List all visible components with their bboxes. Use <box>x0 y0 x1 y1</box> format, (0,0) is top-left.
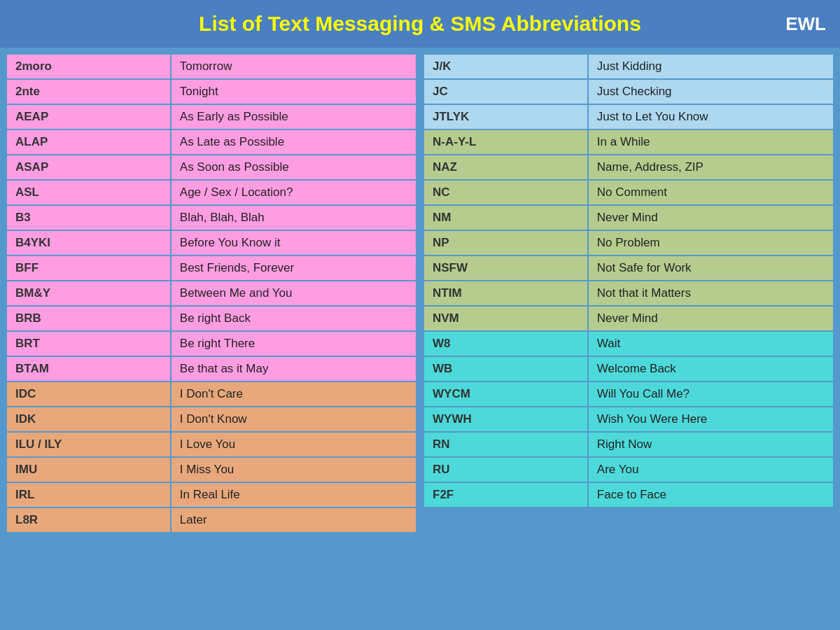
meaning-cell: Just to Let You Know <box>589 105 833 129</box>
meaning-cell: As Soon as Possible <box>172 155 416 179</box>
table-row: IMU I Miss You <box>7 458 416 482</box>
meaning-cell: Just Kidding <box>589 55 833 78</box>
logo: EWL <box>785 13 826 35</box>
abbr-cell: AEAP <box>7 105 170 129</box>
table-row: ASL Age / Sex / Location? <box>7 181 416 204</box>
meaning-cell: Be right Back <box>172 307 416 330</box>
abbr-cell: JTLYK <box>424 105 587 129</box>
meaning-cell: No Problem <box>589 231 833 255</box>
table-row: 2moro Tomorrow <box>7 55 416 78</box>
abbr-cell: NSFW <box>424 256 587 280</box>
meaning-cell: Just Checking <box>589 80 833 104</box>
abbr-cell: ASAP <box>7 155 170 179</box>
meaning-cell: Wait <box>589 332 833 356</box>
meaning-cell: Never Mind <box>589 206 833 230</box>
abbr-cell: ALAP <box>7 130 170 154</box>
meaning-cell: Are You <box>589 458 833 482</box>
meaning-cell: I Miss You <box>172 458 416 482</box>
abbr-cell: IMU <box>7 458 170 482</box>
meaning-cell: Tomorrow <box>172 55 416 78</box>
meaning-cell: Age / Sex / Location? <box>172 181 416 204</box>
left-table: 2moro Tomorrow 2nte Tonight AEAP As Earl… <box>6 53 417 533</box>
meaning-cell: In a While <box>589 130 833 154</box>
abbr-cell: BFF <box>7 256 170 280</box>
table-row: IRL In Real Life <box>7 483 416 507</box>
table-row: WYWH Wish You Were Here <box>424 407 833 431</box>
table-row: L8R Later <box>7 508 416 532</box>
abbr-cell: NTIM <box>424 281 587 305</box>
table-row: B3 Blah, Blah, Blah <box>7 206 416 230</box>
left-column: 2moro Tomorrow 2nte Tonight AEAP As Earl… <box>6 53 417 624</box>
meaning-cell: As Early as Possible <box>172 105 416 129</box>
meaning-cell: Not that it Matters <box>589 281 833 305</box>
meaning-cell: In Real Life <box>172 483 416 507</box>
abbr-cell: IDC <box>7 382 170 406</box>
table-row: BM&Y Between Me and You <box>7 281 416 305</box>
meaning-cell: Face to Face <box>589 483 833 507</box>
table-row: BTAM Be that as it May <box>7 357 416 381</box>
abbr-cell: JC <box>424 80 587 104</box>
table-row: BFF Best Friends, Forever <box>7 256 416 280</box>
meaning-cell: Name, Address, ZIP <box>589 155 833 179</box>
meaning-cell: Wish You Were Here <box>589 407 833 431</box>
meaning-cell: Never Mind <box>589 307 833 330</box>
abbr-cell: BRB <box>7 307 170 330</box>
table-row: RU Are You <box>424 458 833 482</box>
meaning-cell: Before You Know it <box>172 231 416 255</box>
meaning-cell: Later <box>172 508 416 532</box>
table-row: W8 Wait <box>424 332 833 356</box>
table-row: ASAP As Soon as Possible <box>7 155 416 179</box>
abbr-cell: RU <box>424 458 587 482</box>
table-row: F2F Face to Face <box>424 483 833 507</box>
abbr-cell: BTAM <box>7 357 170 381</box>
meaning-cell: I Don't Know <box>172 407 416 431</box>
abbr-cell: ILU / ILY <box>7 433 170 456</box>
abbr-cell: IRL <box>7 483 170 507</box>
meaning-cell: Tonight <box>172 80 416 104</box>
meaning-cell: No Comment <box>589 181 833 204</box>
meaning-cell: Not Safe for Work <box>589 256 833 280</box>
table-row: JC Just Checking <box>424 80 833 104</box>
abbr-cell: NM <box>424 206 587 230</box>
table-row: BRT Be right There <box>7 332 416 356</box>
table-row: NC No Comment <box>424 181 833 204</box>
abbr-cell: F2F <box>424 483 587 507</box>
table-row: NVM Never Mind <box>424 307 833 330</box>
table-row: B4YKI Before You Know it <box>7 231 416 255</box>
abbr-cell: RN <box>424 433 587 456</box>
abbr-cell: ASL <box>7 181 170 204</box>
table-row: 2nte Tonight <box>7 80 416 104</box>
table-row: WYCM Will You Call Me? <box>424 382 833 406</box>
table-row: RN Right Now <box>424 433 833 456</box>
meaning-cell: Between Me and You <box>172 281 416 305</box>
table-row: ILU / ILY I Love You <box>7 433 416 456</box>
abbr-cell: BRT <box>7 332 170 356</box>
abbr-cell: WB <box>424 357 587 381</box>
meaning-cell: Blah, Blah, Blah <box>172 206 416 230</box>
header: List of Text Messaging & SMS Abbreviatio… <box>0 0 840 48</box>
page-title: List of Text Messaging & SMS Abbreviatio… <box>199 12 641 36</box>
abbr-cell: L8R <box>7 508 170 532</box>
abbr-cell: NC <box>424 181 587 204</box>
content-area: 2moro Tomorrow 2nte Tonight AEAP As Earl… <box>0 48 840 630</box>
abbr-cell: NAZ <box>424 155 587 179</box>
page-wrapper: List of Text Messaging & SMS Abbreviatio… <box>0 0 840 630</box>
table-row: N-A-Y-L In a While <box>424 130 833 154</box>
meaning-cell: As Late as Possible <box>172 130 416 154</box>
table-row: NAZ Name, Address, ZIP <box>424 155 833 179</box>
table-row: NP No Problem <box>424 231 833 255</box>
table-row: ALAP As Late as Possible <box>7 130 416 154</box>
table-row: NM Never Mind <box>424 206 833 230</box>
table-row: NSFW Not Safe for Work <box>424 256 833 280</box>
abbr-cell: W8 <box>424 332 587 356</box>
meaning-cell: Will You Call Me? <box>589 382 833 406</box>
abbr-cell: NP <box>424 231 587 255</box>
meaning-cell: Be that as it May <box>172 357 416 381</box>
right-table: J/K Just Kidding JC Just Checking JTLYK … <box>423 53 834 508</box>
table-row: NTIM Not that it Matters <box>424 281 833 305</box>
table-row: AEAP As Early as Possible <box>7 105 416 129</box>
right-column: J/K Just Kidding JC Just Checking JTLYK … <box>423 53 834 624</box>
abbr-cell: J/K <box>424 55 587 78</box>
abbr-cell: BM&Y <box>7 281 170 305</box>
abbr-cell: B4YKI <box>7 231 170 255</box>
